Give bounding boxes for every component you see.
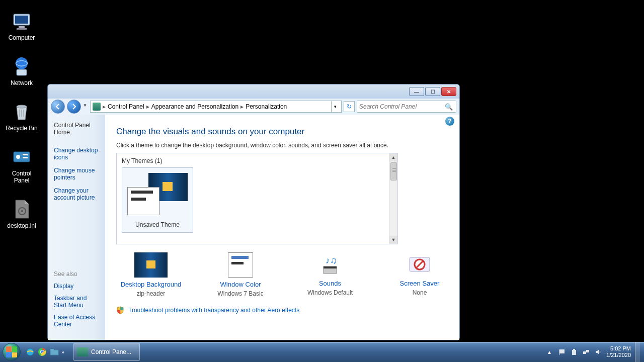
flag-icon[interactable] <box>558 348 566 356</box>
show-desktop-button[interactable] <box>635 342 640 362</box>
network-icon <box>11 55 33 77</box>
personalization-window: — ☐ ✕ ▼ ▸ Control Panel ▸ Appearance and… <box>47 84 460 340</box>
svg-rect-6 <box>17 69 27 75</box>
chrome-icon <box>38 347 47 356</box>
control-panel-breadcrumb-icon[interactable] <box>93 103 101 111</box>
pinned-chrome[interactable] <box>37 347 47 357</box>
refresh-button[interactable]: ↻ <box>344 101 355 112</box>
breadcrumb-item[interactable]: Control Panel <box>108 103 144 110</box>
screen-saver-icon <box>405 252 435 277</box>
option-label[interactable]: Sounds <box>319 280 341 287</box>
desktop-icon-label: Control Panel <box>4 170 39 184</box>
desktop-icons: Computer Network Recycle Bin Control Pan… <box>4 10 39 243</box>
svg-point-7 <box>17 105 27 108</box>
option-desktop-background[interactable]: Desktop Background zip-header <box>118 252 184 297</box>
forward-button[interactable] <box>67 100 81 114</box>
power-icon[interactable] <box>570 348 578 356</box>
option-value: Windows 7 Basic <box>217 290 263 297</box>
vertical-scrollbar[interactable]: ▲ ▼ <box>389 153 397 244</box>
titlebar[interactable]: — ☐ ✕ <box>48 84 459 99</box>
control-panel-icon <box>11 146 33 168</box>
breadcrumb-item[interactable]: Personalization <box>246 103 287 110</box>
nav-bar: ▼ ▸ Control Panel ▸ Appearance and Perso… <box>48 99 459 115</box>
breadcrumb-item[interactable]: Appearance and Personalization <box>151 103 238 110</box>
search-icon[interactable]: 🔍 <box>445 103 453 111</box>
taskbar-app-control-panel[interactable]: Control Pane... <box>73 343 140 361</box>
taskbar-expand-icon[interactable]: » <box>59 347 66 357</box>
ie-icon <box>26 347 35 356</box>
system-tray: ▲ 5:02 PM 1/21/2020 <box>547 342 644 362</box>
svg-point-4 <box>16 57 28 69</box>
search-input[interactable] <box>359 103 445 110</box>
file-icon <box>11 198 33 220</box>
option-screen-saver[interactable]: Screen Saver None <box>387 252 452 297</box>
svg-rect-29 <box>573 349 575 350</box>
desktop-icon-label: Computer <box>9 34 35 41</box>
search-box: 🔍 <box>357 101 456 113</box>
help-icon[interactable]: ? <box>445 117 454 126</box>
desktop-icon-label: Network <box>11 79 33 86</box>
pinned-ie[interactable] <box>25 347 35 357</box>
network-tray-icon[interactable] <box>582 348 590 356</box>
option-label[interactable]: Screen Saver <box>400 280 440 287</box>
scroll-thumb[interactable] <box>390 162 397 180</box>
svg-rect-24 <box>50 350 58 355</box>
clock-time: 5:02 PM <box>606 345 631 352</box>
computer-icon <box>11 10 33 32</box>
scroll-up-button[interactable]: ▲ <box>389 153 397 161</box>
desktop-icon-label: Recycle Bin <box>6 125 37 132</box>
back-button[interactable] <box>51 100 65 114</box>
sidebar-see-also-ease-of-access[interactable]: Ease of Access Center <box>54 314 99 328</box>
option-label[interactable]: Window Color <box>220 281 261 288</box>
sidebar-link-desktop-icons[interactable]: Change desktop icons <box>54 147 99 161</box>
option-sounds[interactable]: ♪♫ Sounds Windows Default <box>297 252 363 297</box>
recycle-bin-icon <box>11 101 33 123</box>
desktop-icon-computer[interactable]: Computer <box>4 10 39 41</box>
nav-history-dropdown[interactable]: ▼ <box>83 103 88 110</box>
svg-point-9 <box>16 155 20 159</box>
close-button[interactable]: ✕ <box>441 87 456 96</box>
option-window-color[interactable]: Window Color Windows 7 Basic <box>208 252 273 297</box>
svg-rect-28 <box>572 350 576 355</box>
start-button[interactable] <box>1 341 22 362</box>
breadcrumb: ▸ Control Panel ▸ Appearance and Persona… <box>90 101 342 113</box>
theme-thumbnail <box>127 173 188 215</box>
desktop-icon-recycle-bin[interactable]: Recycle Bin <box>4 101 39 132</box>
sidebar-link-mouse-pointers[interactable]: Change mouse pointers <box>54 167 99 181</box>
taskbar: » Control Pane... ▲ 5:02 PM 1/21/2020 <box>0 342 644 362</box>
sidebar-link-account-picture[interactable]: Change your account picture <box>54 187 99 201</box>
folder-icon <box>50 348 59 355</box>
system-clock[interactable]: 5:02 PM 1/21/2020 <box>606 345 631 358</box>
theme-item-unsaved[interactable]: Unsaved Theme <box>122 167 193 233</box>
svg-rect-30 <box>583 351 586 354</box>
breadcrumb-dropdown[interactable]: ▾ <box>331 101 339 112</box>
tray-expand-icon[interactable]: ▲ <box>547 349 554 355</box>
troubleshoot-link[interactable]: Troubleshoot problems with transparency … <box>128 307 299 314</box>
sidebar-see-also-taskbar[interactable]: Taskbar and Start Menu <box>54 295 99 309</box>
option-label[interactable]: Desktop Background <box>121 281 182 288</box>
sidebar-see-also-display[interactable]: Display <box>54 283 99 290</box>
clock-date: 1/21/2020 <box>606 352 631 358</box>
chevron-right-icon[interactable]: ▸ <box>146 103 149 110</box>
desktop-icon-desktop-ini[interactable]: desktop.ini <box>4 198 39 229</box>
desktop-background-thumbnail <box>134 252 168 278</box>
themes-list: My Themes (1) Unsaved Theme ▲ ▼ <box>116 153 398 244</box>
sounds-icon: ♪♫ <box>315 252 345 277</box>
arrow-left-icon <box>54 103 61 110</box>
option-value: Windows Default <box>307 289 353 296</box>
scroll-down-button[interactable]: ▼ <box>389 236 397 244</box>
control-panel-taskbar-icon <box>77 347 88 356</box>
maximize-button[interactable]: ☐ <box>425 87 440 96</box>
windows-logo-icon <box>3 343 21 361</box>
chevron-right-icon[interactable]: ▸ <box>103 103 106 110</box>
minimize-button[interactable]: — <box>409 87 424 96</box>
desktop-icon-network[interactable]: Network <box>4 55 39 86</box>
svg-point-13 <box>21 210 23 212</box>
volume-icon[interactable] <box>594 348 602 356</box>
sidebar-home-link[interactable]: Control Panel Home <box>54 122 99 136</box>
svg-rect-15 <box>324 266 337 268</box>
desktop-icon-control-panel[interactable]: Control Panel <box>4 146 39 184</box>
my-themes-header: My Themes (1) <box>122 157 392 164</box>
chevron-right-icon[interactable]: ▸ <box>240 103 244 110</box>
pinned-explorer[interactable] <box>49 347 59 357</box>
